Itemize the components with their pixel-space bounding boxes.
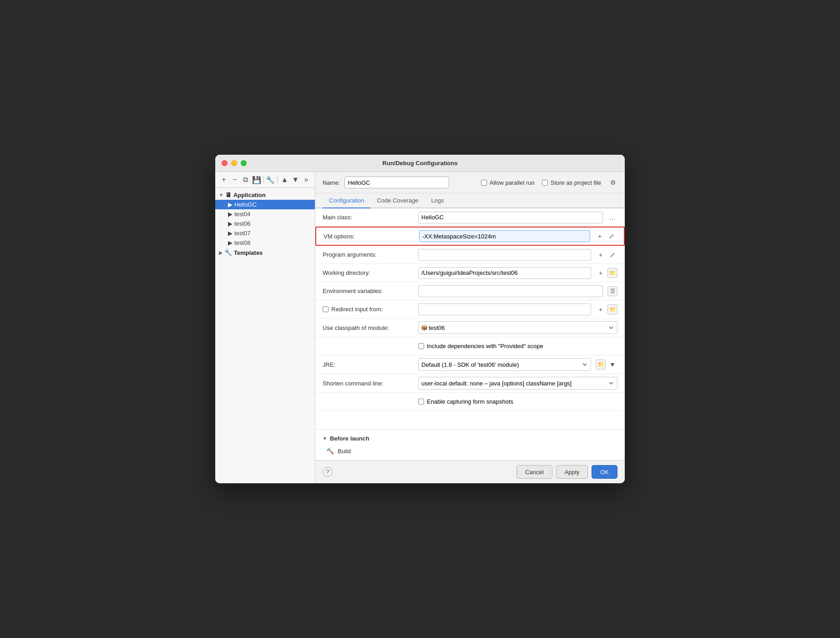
toolbar-separator-2 (277, 176, 278, 183)
program-args-actions: + ⤢ (596, 250, 617, 260)
main-class-actions: … (607, 213, 617, 223)
include-deps-label[interactable]: Include dependencies with "Provided" sco… (418, 343, 617, 349)
config-label-test04: test04 (234, 211, 250, 218)
main-class-input[interactable] (418, 212, 603, 223)
program-args-expand-button[interactable]: ⤢ (607, 250, 617, 260)
env-vars-edit-button[interactable]: ☰ (607, 286, 617, 296)
config-item-hellogc[interactable]: ▶ HelloGC (215, 200, 315, 209)
redirect-label: Redirect input from: (323, 306, 414, 313)
vm-options-label: VM options: (324, 233, 415, 240)
before-launch-arrow-icon: ▼ (323, 436, 327, 441)
application-group-label: Application (233, 192, 266, 198)
remove-config-button[interactable]: − (230, 175, 240, 185)
working-dir-browse-button[interactable]: 📁 (607, 268, 617, 278)
project-settings-button[interactable]: ⚙ (608, 178, 617, 187)
working-dir-actions: + 📁 (596, 268, 617, 278)
before-launch-section: ▼ Before launch 🔨 Build (315, 429, 625, 460)
shorten-label: Shorten command line: (323, 380, 414, 387)
jre-select[interactable]: Default (1.8 - SDK of 'test06' module) (418, 358, 591, 371)
config-icon-test07: ▶ (228, 230, 233, 237)
config-label-test06: test06 (234, 220, 250, 227)
title-bar: Run/Debug Configurations (215, 155, 625, 172)
config-icon-test08: ▶ (228, 239, 233, 246)
jre-dropdown-button[interactable]: ▼ (607, 360, 617, 370)
env-vars-input[interactable] (418, 285, 603, 297)
shorten-field: user-local default: none – java [options… (418, 377, 617, 390)
config-item-test04[interactable]: ▶ test04 (215, 209, 315, 219)
jre-row: JRE: Default (1.8 - SDK of 'test06' modu… (315, 355, 625, 374)
config-label-hellogc: HelloGC (234, 201, 257, 208)
settings-config-button[interactable]: 🔧 (266, 175, 276, 185)
apply-button[interactable]: Apply (556, 465, 588, 479)
config-icon-hellogc: ▶ (228, 201, 233, 208)
main-class-browse-button[interactable]: … (607, 213, 617, 223)
include-deps-checkbox[interactable] (418, 343, 424, 349)
config-icon-test04: ▶ (228, 211, 233, 218)
config-item-test06[interactable]: ▶ test06 (215, 219, 315, 228)
working-dir-add-button[interactable]: + (596, 268, 606, 278)
jre-label: JRE: (323, 361, 414, 368)
classpath-field: 📦 test06 (418, 321, 617, 334)
templates-group[interactable]: ▶ 🔧 Templates (215, 248, 315, 258)
move-down-button[interactable]: ▼ (290, 175, 300, 185)
redirect-input[interactable] (418, 304, 591, 315)
save-config-button[interactable]: 💾 (252, 175, 262, 185)
copy-config-button[interactable]: ⧉ (241, 175, 251, 185)
before-launch-header[interactable]: ▼ Before launch (323, 435, 617, 442)
cancel-button[interactable]: Cancel (516, 465, 552, 479)
vm-options-input[interactable] (419, 230, 590, 242)
include-deps-row: Include dependencies with "Provided" sco… (315, 337, 625, 355)
vm-options-add-button[interactable]: + (595, 231, 605, 241)
name-input[interactable] (344, 177, 449, 188)
add-config-button[interactable]: + (219, 175, 229, 185)
classpath-select[interactable]: test06 (418, 321, 617, 334)
redirect-checkbox[interactable] (323, 306, 329, 312)
shorten-row: Shorten command line: user-local default… (315, 374, 625, 393)
config-item-test07[interactable]: ▶ test07 (215, 228, 315, 238)
move-up-button[interactable]: ▲ (279, 175, 289, 185)
dialog-title: Run/Debug Configurations (382, 160, 457, 167)
templates-icon: 🔧 (224, 249, 232, 256)
name-options: Allow parallel run Store as project file… (481, 178, 617, 187)
capture-label[interactable]: Enable capturing form snapshots (418, 398, 617, 405)
main-class-label: Main class: (323, 214, 414, 221)
redirect-add-button[interactable]: + (596, 304, 606, 314)
toolbar-separator (263, 176, 264, 183)
templates-group-label: Templates (234, 249, 263, 256)
help-button[interactable]: ? (323, 467, 333, 477)
right-panel: Name: Allow parallel run Store as projec… (315, 172, 625, 483)
redirect-browse-button[interactable]: 📁 (607, 304, 617, 314)
program-args-add-button[interactable]: + (596, 250, 606, 260)
program-args-input[interactable] (418, 249, 591, 261)
vm-options-actions: + ⤢ (595, 231, 617, 241)
working-dir-field (418, 267, 591, 279)
sidebar: + − ⧉ 💾 🔧 ▲ ▼ » ▼ 🖥 Application ▶ (215, 172, 315, 483)
minimize-button[interactable] (231, 160, 237, 166)
bottom-actions: Cancel Apply OK (516, 465, 617, 479)
close-button[interactable] (222, 160, 228, 166)
name-row: Name: Allow parallel run Store as projec… (315, 172, 625, 193)
shorten-select[interactable]: user-local default: none – java [options… (418, 377, 617, 390)
allow-parallel-checkbox[interactable] (481, 180, 487, 186)
application-group[interactable]: ▼ 🖥 Application (215, 190, 315, 200)
config-item-test08[interactable]: ▶ test08 (215, 238, 315, 248)
ok-button[interactable]: OK (592, 465, 617, 479)
store-project-checkbox[interactable] (542, 180, 548, 186)
allow-parallel-label[interactable]: Allow parallel run (481, 179, 535, 186)
working-dir-input[interactable] (418, 267, 591, 279)
capture-checkbox[interactable] (418, 399, 424, 405)
store-project-label[interactable]: Store as project file (542, 179, 601, 186)
redirect-actions: + 📁 (596, 304, 617, 314)
working-dir-row: Working directory: + 📁 (315, 264, 625, 282)
more-button[interactable]: » (301, 175, 311, 185)
redirect-field (418, 304, 591, 315)
tab-configuration[interactable]: Configuration (323, 193, 370, 208)
maximize-button[interactable] (241, 160, 247, 166)
jre-browse-button[interactable]: 📁 (596, 360, 606, 370)
jre-actions: 📁 ▼ (596, 360, 617, 370)
env-vars-label: Environment variables: (323, 288, 414, 294)
vm-options-expand-button[interactable]: ⤢ (607, 231, 617, 241)
tab-code-coverage[interactable]: Code Coverage (370, 193, 425, 208)
tab-logs[interactable]: Logs (425, 193, 450, 208)
program-args-label: Program arguments: (323, 251, 414, 258)
